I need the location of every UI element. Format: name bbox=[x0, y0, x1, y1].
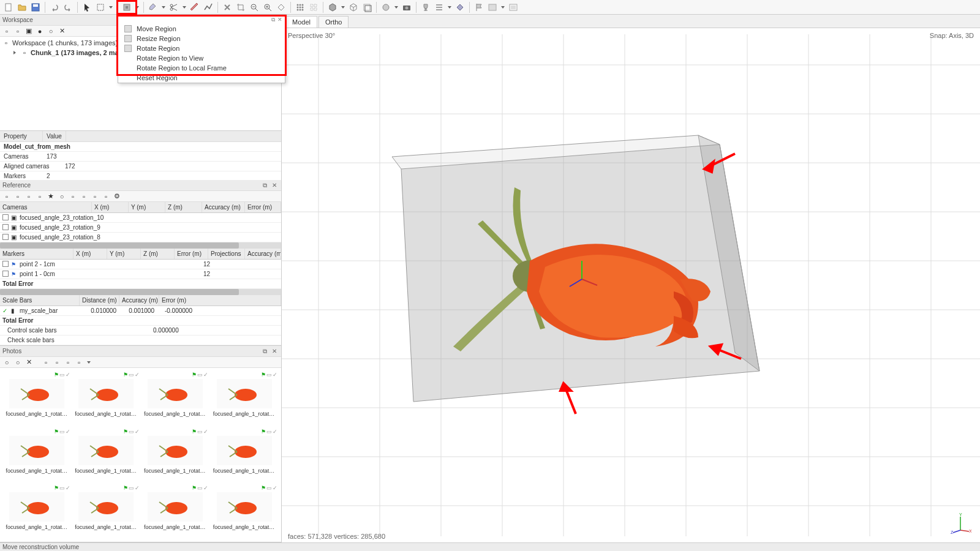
photo-thumb[interactable]: ⚑▭✓ focused_angle_1_rotation_7 bbox=[142, 429, 209, 482]
rect-select-icon[interactable] bbox=[94, 1, 107, 13]
panel-close-icon[interactable]: ✕ bbox=[270, 181, 279, 190]
grid2-icon[interactable] bbox=[307, 1, 320, 13]
ref-ic8[interactable]: ▫ bbox=[91, 192, 99, 201]
undo-icon[interactable] bbox=[48, 1, 61, 13]
wire-icon[interactable] bbox=[347, 1, 360, 13]
photo-thumb[interactable]: ⚑▭✓ focused_angle_1_rotation_11 bbox=[142, 485, 209, 538]
panel-pop-icon[interactable]: ⧉ bbox=[260, 181, 269, 190]
region-dropdown[interactable] bbox=[134, 6, 140, 9]
camera-row[interactable]: ▣focused_angle_23_rotation_9 bbox=[0, 223, 281, 233]
polyline-icon[interactable] bbox=[202, 1, 214, 13]
markers-scrollbar[interactable] bbox=[0, 289, 281, 295]
scissors-dropdown[interactable] bbox=[181, 6, 187, 9]
photo-thumb[interactable]: ⚑▭✓ focused_angle_1_rotation_4 bbox=[211, 372, 277, 425]
ph-x-icon[interactable]: ✕ bbox=[24, 358, 33, 367]
flag-icon[interactable] bbox=[473, 1, 485, 13]
crop-icon[interactable] bbox=[235, 1, 247, 13]
menu-move-region[interactable]: Move Region bbox=[118, 24, 285, 34]
photo-thumb[interactable]: ⚑▭✓ focused_angle_1_rotation_2 bbox=[73, 372, 140, 425]
ws-add2-icon[interactable]: ▫ bbox=[13, 27, 22, 36]
ph-ic3[interactable]: ▫ bbox=[42, 358, 50, 367]
ws-ring-icon[interactable]: ○ bbox=[47, 27, 55, 36]
menu-reset-region[interactable]: Reset Region bbox=[118, 73, 285, 83]
ref-ic3[interactable]: ▫ bbox=[24, 192, 33, 201]
menu-close-icon[interactable]: ✕ bbox=[277, 17, 282, 23]
delete-icon[interactable] bbox=[221, 1, 233, 13]
panel-pop-icon[interactable]: ⧉ bbox=[260, 347, 269, 356]
redo-icon[interactable] bbox=[62, 1, 74, 13]
panel-close-icon[interactable]: ✕ bbox=[270, 347, 279, 356]
paint-icon[interactable] bbox=[147, 1, 159, 13]
ref-ic5[interactable]: ○ bbox=[58, 192, 66, 201]
ws-dot-icon[interactable]: ● bbox=[36, 27, 44, 36]
menu-rotate-to-view[interactable]: Rotate Region to View bbox=[118, 53, 285, 63]
zoom-in-icon[interactable] bbox=[262, 1, 274, 13]
open-icon[interactable] bbox=[16, 1, 28, 13]
ph-ic5[interactable]: ▫ bbox=[64, 358, 72, 367]
list-dropdown[interactable] bbox=[447, 6, 453, 9]
menu-rotate-to-local[interactable]: Rotate Region to Local Frame bbox=[118, 63, 285, 73]
ref-ic7[interactable]: ▫ bbox=[80, 192, 88, 201]
scalebar-row[interactable]: ✓▮my_scale_bar0.0100000.001000-0.000000 bbox=[0, 306, 281, 316]
solid-icon[interactable] bbox=[326, 1, 339, 13]
camera-icon[interactable] bbox=[401, 1, 413, 13]
ref-star-icon[interactable]: ★ bbox=[47, 192, 55, 201]
ws-toggle-icon[interactable]: ▣ bbox=[24, 27, 33, 36]
axis-widget[interactable]: Y X Z bbox=[949, 512, 971, 534]
camera-row[interactable]: ▣focused_angle_23_rotation_8 bbox=[0, 233, 281, 242]
ph-ic6[interactable]: ▫ bbox=[75, 358, 83, 367]
photo-thumb[interactable]: ⚑▭✓ focused_angle_1_rotation_5 bbox=[4, 429, 70, 482]
ph-ic4[interactable]: ▫ bbox=[53, 358, 61, 367]
viewport-3d[interactable]: Perspective 30° Snap: Axis, 3D bbox=[282, 28, 980, 542]
scissors-icon[interactable] bbox=[168, 1, 180, 13]
markers-table[interactable]: Markers X (m) Y (m) Z (m) Error (m) Proj… bbox=[0, 249, 281, 295]
ph-dropdown[interactable] bbox=[86, 361, 92, 364]
marker-row[interactable]: ⚑point 2 - 1cm12 bbox=[0, 260, 281, 269]
fit-icon[interactable] bbox=[275, 1, 287, 13]
rect-select-dropdown[interactable] bbox=[108, 6, 114, 9]
tab-model[interactable]: Model bbox=[285, 16, 317, 28]
ref-ic9[interactable]: ▫ bbox=[102, 192, 110, 201]
camera-row[interactable]: ▣focused_angle_23_rotation_10 bbox=[0, 213, 281, 223]
ref-ic6[interactable]: ▫ bbox=[69, 192, 77, 201]
back-icon[interactable] bbox=[361, 1, 373, 13]
tab-ortho[interactable]: Ortho bbox=[318, 16, 349, 28]
trophy-icon[interactable] bbox=[420, 1, 432, 13]
list-icon[interactable] bbox=[433, 1, 445, 13]
ref-settings-icon[interactable]: ⚙ bbox=[113, 192, 121, 201]
photo-thumb[interactable]: ⚑▭✓ focused_angle_1_rotation_1 bbox=[4, 372, 70, 425]
cameras-scrollbar[interactable] bbox=[0, 242, 281, 249]
ws-x-icon[interactable]: ✕ bbox=[58, 27, 66, 36]
region-tool-icon[interactable] bbox=[121, 1, 133, 13]
ph-ic1[interactable]: ○ bbox=[2, 358, 11, 367]
photo-thumb[interactable]: ⚑▭✓ focused_angle_1_rotation_9 bbox=[4, 485, 70, 538]
ortho-icon[interactable] bbox=[380, 1, 392, 13]
menu-rotate-region[interactable]: Rotate Region bbox=[118, 43, 285, 53]
photo-thumb[interactable]: ⚑▭✓ focused_angle_1_rotation_3 bbox=[142, 372, 209, 425]
zoom-out-icon[interactable] bbox=[248, 1, 260, 13]
paint-dropdown[interactable] bbox=[160, 6, 167, 9]
ref-ic2[interactable]: ▫ bbox=[13, 192, 22, 201]
ref-ic4[interactable]: ▫ bbox=[36, 192, 44, 201]
overlay-icon[interactable] bbox=[454, 1, 466, 13]
img-icon[interactable] bbox=[486, 1, 499, 13]
ws-add-icon[interactable]: ▫ bbox=[2, 27, 11, 36]
photo-thumb[interactable]: ⚑▭✓ focused_angle_1_rotation_12 bbox=[211, 485, 277, 538]
solid-dropdown[interactable] bbox=[340, 6, 346, 9]
img-dropdown[interactable] bbox=[500, 6, 506, 9]
ref-ic1[interactable]: ▫ bbox=[2, 192, 11, 201]
grid-icon[interactable] bbox=[294, 1, 306, 13]
scalebars-table[interactable]: Scale Bars Distance (m) Accuracy (m) Err… bbox=[0, 295, 281, 345]
img2-icon[interactable] bbox=[507, 1, 519, 13]
photo-thumb[interactable]: ⚑▭✓ focused_angle_1_rotation_6 bbox=[73, 429, 140, 482]
ph-ic2[interactable]: ○ bbox=[13, 358, 22, 367]
new-icon[interactable] bbox=[2, 1, 15, 13]
marker-row[interactable]: ⚑point 1 - 0cm12 bbox=[0, 269, 281, 279]
menu-resize-region[interactable]: Resize Region bbox=[118, 34, 285, 43]
pointer-icon[interactable] bbox=[81, 1, 93, 13]
brush-icon[interactable] bbox=[189, 1, 201, 13]
photo-thumb[interactable]: ⚑▭✓ focused_angle_1_rotation_8 bbox=[211, 429, 277, 482]
photo-thumb[interactable]: ⚑▭✓ focused_angle_1_rotation_10 bbox=[73, 485, 140, 538]
save-icon[interactable] bbox=[29, 1, 42, 13]
menu-detach-icon[interactable]: ⧉ bbox=[271, 17, 275, 23]
